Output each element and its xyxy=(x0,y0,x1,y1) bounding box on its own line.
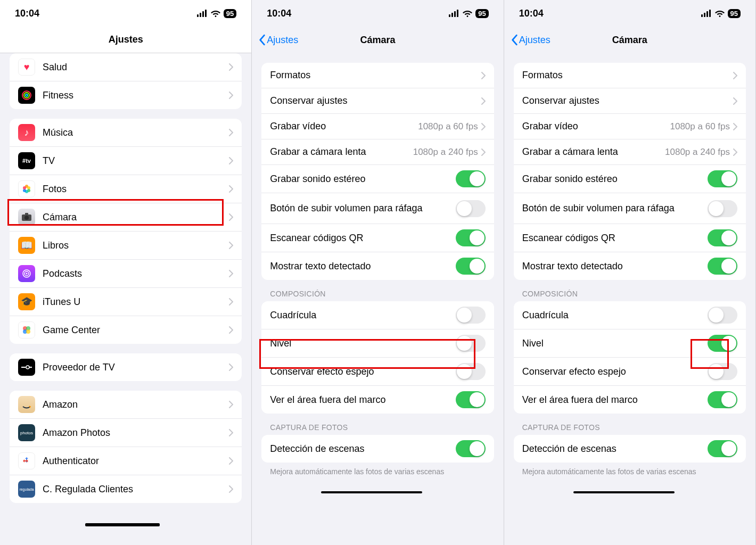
toggle-switch[interactable] xyxy=(456,307,486,324)
chevron-right-icon xyxy=(229,326,233,334)
row-formatos[interactable]: Formatos xyxy=(261,63,494,88)
toggle-switch[interactable] xyxy=(456,170,486,187)
settings-row-podcasts[interactable]: Podcasts xyxy=(10,260,242,288)
row-label: Salud xyxy=(43,61,229,73)
row-escanear-qr[interactable]: Escanear códigos QR xyxy=(514,224,746,252)
row-label: C. Regulada Clientes xyxy=(43,483,229,496)
row-texto-detectado[interactable]: Mostrar texto detectado xyxy=(514,252,746,280)
settings-row-amazon[interactable]: Amazon xyxy=(10,391,242,419)
row-nivel[interactable]: Nivel xyxy=(261,329,494,358)
toggle-switch[interactable] xyxy=(456,363,486,380)
chevron-right-icon xyxy=(229,63,233,71)
status-icons: 95 xyxy=(449,9,488,18)
captura-footer: Mejora automáticamente las fotos de vari… xyxy=(252,463,503,477)
row-detail: 1080p a 240 fps xyxy=(665,147,730,158)
toggle-switch[interactable] xyxy=(708,229,737,246)
captura-footer: Mejora automáticamente las fotos de vari… xyxy=(504,463,755,477)
salud-icon: ♥ xyxy=(18,59,35,76)
redaction-footer xyxy=(321,491,422,493)
camera-settings-list[interactable]: Formatos Conservar ajustes Grabar vídeo1… xyxy=(504,53,755,545)
settings-row-musica[interactable]: ♪ Música xyxy=(10,119,242,147)
toggle-switch[interactable] xyxy=(456,229,486,246)
settings-row-libros[interactable]: 📖 Libros xyxy=(10,232,242,260)
row-conservar-ajustes[interactable]: Conservar ajustes xyxy=(514,88,746,114)
toggle-switch[interactable] xyxy=(708,170,737,187)
settings-row-fotos[interactable]: Fotos xyxy=(10,175,242,203)
row-cuadricula[interactable]: Cuadrícula xyxy=(261,301,494,329)
row-fuera-marco[interactable]: Ver el área fuera del marco xyxy=(514,386,746,414)
toggle-switch[interactable] xyxy=(708,391,737,408)
row-grabar-lenta[interactable]: Grabar a cámara lenta1080p a 240 fps xyxy=(261,139,494,165)
nav-bar: Ajustes Cámara xyxy=(504,27,755,53)
row-grabar-video[interactable]: Grabar vídeo1080p a 60 fps xyxy=(261,114,494,139)
row-label: Amazon xyxy=(43,399,229,411)
toggle-switch[interactable] xyxy=(456,200,486,217)
status-bar: 10:04 95 xyxy=(504,0,755,27)
toggle-switch[interactable] xyxy=(708,200,737,217)
musica-icon: ♪ xyxy=(18,124,35,141)
toggle-switch[interactable] xyxy=(456,258,486,275)
toggle-switch[interactable] xyxy=(708,363,737,380)
settings-row-camara[interactable]: Cámara xyxy=(10,203,242,232)
row-formatos[interactable]: Formatos xyxy=(514,63,746,88)
settings-row-authenticator[interactable]: Authenticator xyxy=(10,447,242,475)
row-label: Amazon Photos xyxy=(43,427,229,439)
row-label: Libros xyxy=(43,240,229,252)
chevron-right-icon xyxy=(229,157,233,164)
chevron-right-icon xyxy=(229,92,233,99)
row-grabar-lenta[interactable]: Grabar a cámara lenta1080p a 240 fps xyxy=(514,139,746,165)
toggle-switch[interactable] xyxy=(708,258,737,275)
settings-list[interactable]: ♥ Salud Fitness ♪ Música #tv TV Fotos Cá… xyxy=(0,53,251,545)
row-espejo[interactable]: Conservar efecto espejo xyxy=(261,358,494,386)
row-nivel[interactable]: Nivel xyxy=(514,329,746,358)
back-button[interactable]: Ajustes xyxy=(511,34,550,46)
row-deteccion-escenas[interactable]: Detección de escenas xyxy=(261,435,494,463)
settings-row-tv[interactable]: #tv TV xyxy=(10,147,242,175)
settings-row-regulada[interactable]: regulada C. Regulada Clientes xyxy=(10,475,242,503)
toggle-switch[interactable] xyxy=(708,307,737,324)
row-detail: 1080p a 240 fps xyxy=(413,147,478,158)
row-sonido-estereo[interactable]: Grabar sonido estéreo xyxy=(514,165,746,193)
row-deteccion-escenas[interactable]: Detección de escenas xyxy=(514,435,746,463)
row-escanear-qr[interactable]: Escanear códigos QR xyxy=(261,224,494,252)
toggle-switch[interactable] xyxy=(456,391,486,408)
fitness-icon xyxy=(18,87,35,104)
chevron-right-icon xyxy=(229,129,233,136)
row-conservar-ajustes[interactable]: Conservar ajustes xyxy=(261,88,494,114)
row-cuadricula[interactable]: Cuadrícula xyxy=(514,301,746,329)
chevron-right-icon xyxy=(229,298,233,305)
proveedor-icon xyxy=(18,359,35,376)
redaction-bar xyxy=(85,523,160,526)
settings-row-proveedor[interactable]: Proveedor de TV xyxy=(10,353,242,381)
toggle-switch[interactable] xyxy=(708,335,737,352)
screen-camara-nivel-on: 10:04 95 Ajustes Cámara Formatos Conserv… xyxy=(504,0,756,545)
back-button[interactable]: Ajustes xyxy=(258,34,298,46)
settings-row-amazonphotos[interactable]: photos Amazon Photos xyxy=(10,419,242,447)
composicion-header: COMPOSICIÓN xyxy=(252,280,503,301)
settings-row-fitness[interactable]: Fitness xyxy=(10,81,242,109)
svg-point-10 xyxy=(24,216,29,220)
captura-header: CAPTURA DE FOTOS xyxy=(504,414,755,435)
settings-row-salud[interactable]: ♥ Salud xyxy=(10,53,242,81)
camera-settings-list[interactable]: Formatos Conservar ajustes Grabar vídeo1… xyxy=(252,53,503,545)
status-time: 10:04 xyxy=(519,8,544,19)
row-sonido-estereo[interactable]: Grabar sonido estéreo xyxy=(261,165,494,193)
toggle-switch[interactable] xyxy=(456,335,486,352)
row-grabar-video[interactable]: Grabar vídeo1080p a 60 fps xyxy=(514,114,746,139)
settings-row-gamecenter[interactable]: Game Center xyxy=(10,316,242,344)
row-espejo[interactable]: Conservar efecto espejo xyxy=(514,358,746,386)
chevron-right-icon xyxy=(229,185,233,193)
row-volumen-rafaga[interactable]: Botón de subir volumen para ráfaga xyxy=(514,193,746,224)
amazonphotos-icon: photos xyxy=(18,424,35,441)
chevron-left-icon xyxy=(258,34,266,46)
chevron-right-icon xyxy=(229,242,233,249)
wifi-icon xyxy=(463,10,472,17)
row-volumen-rafaga[interactable]: Botón de subir volumen para ráfaga xyxy=(261,193,494,224)
settings-row-itunesu[interactable]: 🎓 iTunes U xyxy=(10,288,242,316)
row-texto-detectado[interactable]: Mostrar texto detectado xyxy=(261,252,494,280)
row-label: Podcasts xyxy=(43,268,229,280)
row-fuera-marco[interactable]: Ver el área fuera del marco xyxy=(261,386,494,414)
chevron-right-icon xyxy=(229,364,233,371)
toggle-switch[interactable] xyxy=(708,440,737,457)
toggle-switch[interactable] xyxy=(456,440,486,457)
